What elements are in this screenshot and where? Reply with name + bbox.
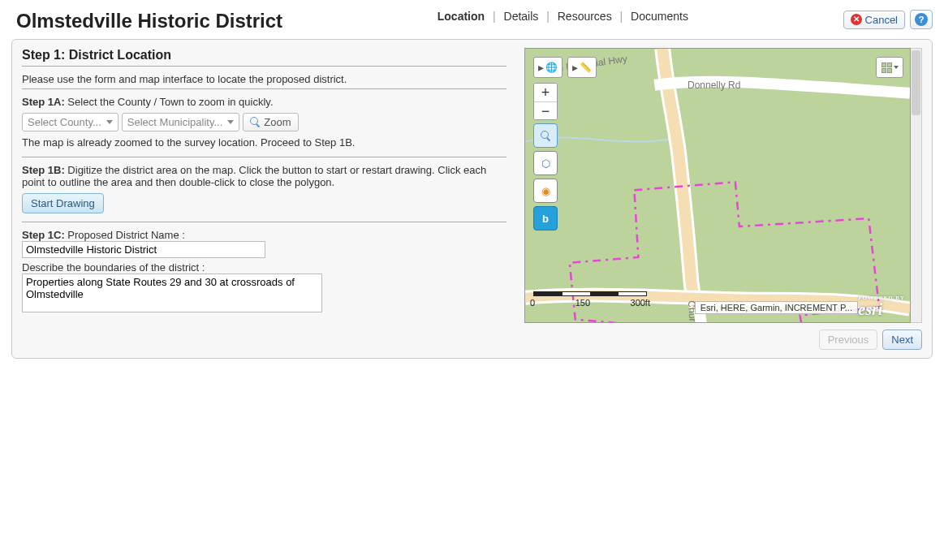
person-icon: ◉	[541, 185, 550, 197]
grid-icon	[881, 62, 892, 73]
play-icon: ▸	[572, 61, 578, 74]
step1a-note: The map is already zoomed to the survey …	[22, 136, 506, 149]
tab-separator: |	[493, 10, 496, 23]
chevron-down-icon	[106, 120, 113, 124]
tab-details[interactable]: Details	[501, 10, 542, 23]
zoom-in-button[interactable]: +	[534, 84, 557, 101]
zoom-control: + −	[533, 83, 558, 120]
help-button[interactable]: ?	[910, 10, 933, 29]
map-bing-tool[interactable]: b	[533, 206, 558, 230]
esri-logo: POWERED BY esri	[858, 295, 905, 317]
next-button[interactable]: Next	[882, 330, 922, 350]
map-attribution: Esri, HERE, Garmin, INCREMENT P...	[695, 301, 858, 314]
scale-tick: 0	[530, 298, 535, 308]
page-title: Olmstedville Historic District	[16, 10, 282, 32]
map-scrollbar[interactable]	[911, 48, 922, 323]
play-icon: ▸	[538, 61, 544, 74]
cancel-button[interactable]: ✕ Cancel	[843, 11, 905, 29]
step1b-text: Digitize the district area on the map. C…	[22, 164, 486, 188]
step1a-text: Select the County / Town to zoom in quic…	[67, 96, 273, 108]
chevron-down-icon	[894, 66, 899, 69]
search-icon	[250, 117, 261, 127]
map-measure-button[interactable]: ▸ 📏	[567, 57, 597, 78]
step-intro: Please use the form and map interface to…	[22, 73, 506, 85]
step1c-label: Step 1C:	[22, 229, 65, 241]
chevron-down-icon	[227, 120, 234, 124]
close-icon: ✕	[851, 14, 862, 25]
step1c-text: Proposed District Name :	[67, 229, 185, 241]
search-icon	[541, 131, 551, 141]
scale-bar: 0 150 300ft	[533, 291, 650, 308]
describe-label: Describe the boundaries of the district …	[22, 261, 506, 274]
ruler-icon: 📏	[580, 62, 592, 73]
scrollbar-thumb[interactable]	[912, 50, 920, 115]
district-name-input[interactable]	[22, 241, 265, 258]
tab-separator: |	[620, 10, 623, 23]
map-canvas	[525, 49, 910, 323]
county-select[interactable]: Select County...	[22, 113, 119, 131]
globe-icon: 🌐	[545, 62, 558, 73]
zoom-out-button[interactable]: −	[534, 101, 557, 119]
tab-bar: Location | Details | Resources | Documen…	[282, 10, 843, 23]
step-title: Step 1: District Location	[22, 48, 506, 62]
polygon-icon: ⬡	[541, 157, 550, 170]
bing-icon: b	[542, 213, 549, 225]
map-layers-tool[interactable]: ⬡	[533, 151, 558, 175]
tab-location[interactable]: Location	[434, 10, 488, 23]
scale-tick: 300ft	[631, 298, 650, 308]
previous-button[interactable]: Previous	[819, 330, 878, 350]
district-description-input[interactable]	[22, 274, 322, 312]
tab-separator: |	[546, 10, 550, 23]
start-drawing-button[interactable]: Start Drawing	[22, 193, 104, 213]
map-search-tool[interactable]	[533, 123, 558, 148]
zoom-label: Zoom	[264, 116, 291, 128]
cancel-label: Cancel	[865, 14, 898, 26]
map-full-extent-button[interactable]: ▸ 🌐	[533, 57, 563, 78]
basemap-gallery-button[interactable]	[876, 57, 903, 78]
tab-resources[interactable]: Resources	[554, 10, 615, 23]
map[interactable]: rse Memorial Hwy Donnelly Rd Church Rd C…	[524, 48, 911, 323]
help-icon: ?	[915, 13, 928, 26]
step1b-label: Step 1B:	[22, 164, 65, 176]
municipality-placeholder: Select Municipality...	[127, 116, 223, 128]
municipality-select[interactable]: Select Municipality...	[122, 113, 240, 131]
tab-documents[interactable]: Documents	[627, 10, 692, 23]
county-placeholder: Select County...	[28, 116, 101, 128]
scale-tick: 150	[575, 298, 590, 308]
map-streetview-tool[interactable]: ◉	[533, 179, 558, 203]
zoom-button[interactable]: Zoom	[243, 113, 298, 131]
step1a-label: Step 1A:	[22, 96, 65, 108]
